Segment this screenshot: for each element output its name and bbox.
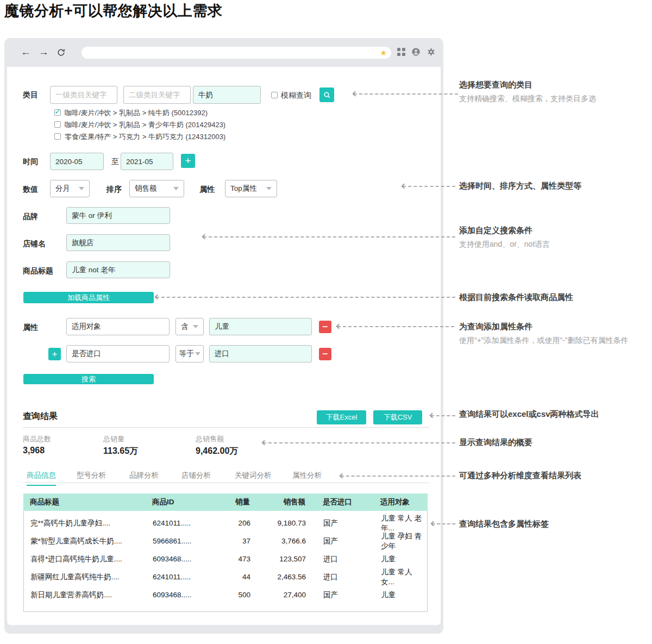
attr-value-input[interactable] bbox=[209, 318, 312, 335]
chevron-down-icon bbox=[173, 187, 179, 190]
attr-name-input[interactable] bbox=[66, 318, 170, 335]
category-result-text: 零食/坚果/特产 > 巧克力 > 牛奶巧克力 (124312003) bbox=[65, 132, 225, 142]
sort-select-text: 销售额 bbox=[135, 184, 157, 193]
cell-amount: 2,463.56 bbox=[250, 573, 306, 581]
annotation: 选择想要查询的类目 支持精确搜索、模糊搜索，支持类目多选 bbox=[459, 80, 649, 104]
category-level2-input[interactable] bbox=[123, 86, 191, 104]
table-row[interactable]: 完**高钙牛奶儿童孕妇.... 6241011..... 206 9,180.7… bbox=[24, 514, 427, 532]
table-row[interactable]: 新疆网红儿童高钙纯牛奶.... 6241011..... 44 2,463.56… bbox=[24, 568, 427, 586]
remove-attribute-button[interactable]: − bbox=[319, 348, 331, 360]
col-header: 销量 bbox=[213, 497, 250, 507]
cell-import: 国产 bbox=[306, 590, 358, 600]
annotation-arrow bbox=[263, 442, 455, 443]
cell-amount: 27,400 bbox=[250, 591, 306, 599]
url-input[interactable]: ★ bbox=[82, 47, 391, 59]
attr-value-input[interactable] bbox=[209, 345, 312, 362]
annotation-arrow bbox=[203, 236, 455, 237]
attr-type-select-text: Top属性 bbox=[230, 184, 257, 193]
remove-attribute-button[interactable]: − bbox=[319, 321, 331, 333]
time-from-input[interactable] bbox=[50, 153, 104, 170]
value-select[interactable]: 分月 bbox=[50, 180, 90, 197]
value-label: 数值 bbox=[23, 185, 38, 195]
apps-grid-icon[interactable] bbox=[397, 48, 405, 56]
tabs-divider bbox=[23, 483, 429, 483]
load-attributes-button[interactable]: 加载商品属性 bbox=[23, 292, 154, 303]
table-row[interactable]: 新日期儿童营养高钙奶.... 6093468..... 500 27,400 国… bbox=[24, 586, 427, 604]
category-keyword-input[interactable] bbox=[193, 86, 261, 104]
table-header-row: 商品标题 商品ID 销量 销售额 是否进口 适用对象 bbox=[23, 493, 428, 511]
chevron-down-icon bbox=[79, 187, 84, 190]
annotation-arrow bbox=[432, 523, 455, 524]
annotation: 根据目前搜索条件读取商品属性 bbox=[459, 292, 649, 303]
add-time-button[interactable]: + bbox=[181, 154, 195, 168]
brand-input[interactable] bbox=[66, 207, 170, 224]
col-header: 商品ID bbox=[152, 497, 213, 507]
browser-toolbar: ← → ★ bbox=[4, 38, 443, 67]
category-search-button[interactable] bbox=[319, 87, 334, 102]
product-title-input[interactable] bbox=[66, 261, 170, 278]
cell-target: 儿童 常人 老年... bbox=[358, 514, 427, 533]
cell-title: 新日期儿童营养高钙奶.... bbox=[24, 590, 153, 600]
attr-op-text: 含 bbox=[181, 322, 189, 332]
cell-target: 儿童 孕妇 青少年 bbox=[358, 532, 427, 551]
settings-gear-icon[interactable] bbox=[427, 47, 436, 57]
category-result-text: 咖啡/麦片/冲饮 > 乳制品 > 青少年牛奶 (201429423) bbox=[65, 120, 225, 130]
category-result-checkbox[interactable] bbox=[54, 121, 61, 128]
table-row[interactable]: 喜得*进口高钙纯牛奶儿童.... 6093468..... 473 123,50… bbox=[24, 550, 427, 568]
cell-target: 儿童 常人 女... bbox=[358, 567, 427, 587]
cell-import: 进口 bbox=[306, 554, 358, 564]
annotation: 选择时间、排序方式、属性类型等 bbox=[459, 181, 649, 191]
download-excel-button[interactable]: 下载Excel bbox=[317, 410, 366, 424]
attr-op-select[interactable]: 等于 bbox=[175, 345, 204, 362]
forward-icon[interactable]: → bbox=[39, 46, 49, 59]
annotation: 可通过多种分析维度查看结果列表 bbox=[459, 471, 649, 481]
brand-label: 品牌 bbox=[23, 212, 38, 222]
annotation-title: 为查询添加属性条件 bbox=[459, 322, 649, 332]
cell-sales: 37 bbox=[214, 537, 250, 545]
attr-name-input[interactable] bbox=[66, 345, 170, 362]
attr-type-select[interactable]: Top属性 bbox=[225, 180, 277, 197]
annotation-arrow bbox=[337, 326, 454, 327]
page-title: 魔镜分析+可以帮您解决以上需求 bbox=[4, 1, 222, 21]
search-submit-button[interactable]: 搜索 bbox=[23, 374, 154, 384]
annotation-title: 可通过多种分析维度查看结果列表 bbox=[459, 471, 649, 481]
sort-select[interactable]: 销售额 bbox=[129, 180, 184, 197]
cell-sales: 473 bbox=[214, 555, 250, 563]
sort-label: 排序 bbox=[106, 185, 122, 195]
category-result-checkbox[interactable] bbox=[54, 133, 61, 140]
cell-import: 国产 bbox=[306, 518, 358, 528]
annotation: 显示查询结果的概要 bbox=[459, 437, 649, 448]
download-csv-button[interactable]: 下载CSV bbox=[373, 410, 422, 424]
chevron-down-icon bbox=[193, 325, 198, 328]
category-result-checkbox[interactable] bbox=[54, 109, 61, 116]
shop-label: 店铺名 bbox=[23, 239, 46, 249]
app-content: 类目 模糊查询 咖啡/麦片/冲饮 > 乳制品 > 纯牛奶 (50012392) … bbox=[7, 67, 441, 625]
fuzzy-search-checkbox[interactable] bbox=[271, 92, 278, 98]
category-level1-input[interactable] bbox=[50, 86, 117, 104]
stat-value: 9,462.00万 bbox=[196, 446, 238, 457]
stat-label: 商品总数 bbox=[23, 434, 51, 444]
divider bbox=[23, 427, 429, 428]
time-to-input[interactable] bbox=[121, 153, 173, 170]
bookmark-star-icon[interactable]: ★ bbox=[380, 48, 387, 58]
annotation-arrow bbox=[341, 476, 455, 477]
attr-op-select[interactable]: 含 bbox=[175, 318, 204, 335]
col-header: 是否进口 bbox=[305, 497, 358, 507]
time-to-label: 至 bbox=[111, 157, 119, 167]
results-heading: 查询结果 bbox=[23, 411, 58, 422]
add-attribute-button[interactable]: + bbox=[48, 348, 61, 360]
annotation: 添加自定义搜索条件 支持使用and、or、not语言 bbox=[459, 226, 649, 250]
refresh-icon[interactable] bbox=[57, 48, 66, 57]
cell-title: 蒙*智型儿童高钙成长牛奶.... bbox=[24, 536, 153, 546]
shop-input[interactable] bbox=[66, 234, 170, 251]
product-title-label: 商品标题 bbox=[23, 266, 53, 276]
tab-product-info[interactable]: 商品信息 bbox=[27, 471, 56, 486]
table-row[interactable]: 蒙*智型儿童高钙成长牛奶.... 5966861..... 37 3,766.6… bbox=[24, 532, 427, 550]
col-header: 商品标题 bbox=[23, 497, 152, 507]
cell-sales: 206 bbox=[214, 519, 250, 527]
profile-icon[interactable] bbox=[411, 47, 421, 57]
back-icon[interactable]: ← bbox=[21, 46, 31, 59]
cell-sales: 500 bbox=[214, 591, 250, 599]
annotation-sub: 使用“+”添加属性条件，或使用“-”删除已有属性条件 bbox=[459, 335, 649, 346]
time-label: 时间 bbox=[23, 157, 38, 167]
